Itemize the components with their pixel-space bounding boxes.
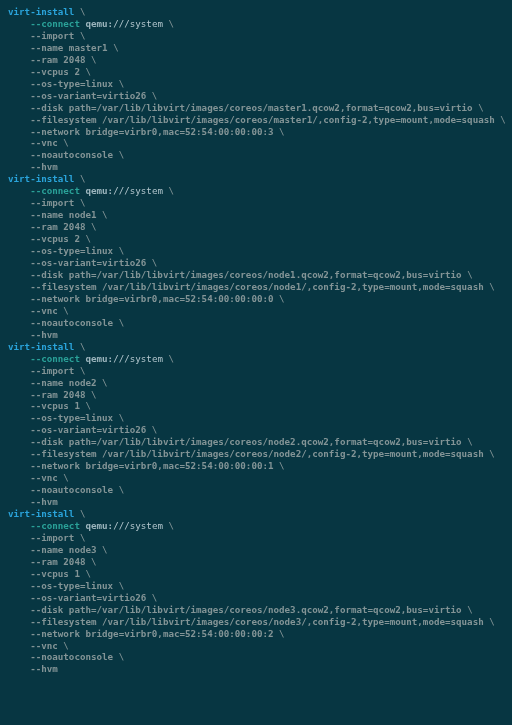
- code-block: virt-install \ --connect qemu:///system …: [0, 0, 512, 683]
